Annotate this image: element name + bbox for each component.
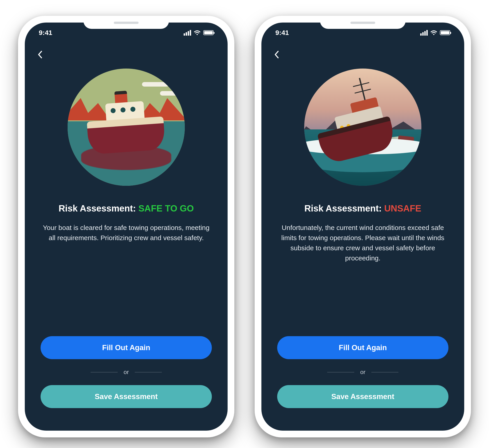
status-time: 9:41 <box>275 29 289 37</box>
wifi-icon <box>194 30 201 35</box>
result-title: Risk Assessment: SAFE TO GO <box>59 203 194 214</box>
status-indicators <box>420 30 450 36</box>
battery-icon <box>203 30 214 35</box>
chevron-left-icon <box>274 50 279 59</box>
cellular-icon <box>420 30 428 36</box>
title-prefix: Risk Assessment: <box>304 203 384 213</box>
title-prefix: Risk Assessment: <box>59 203 138 213</box>
divider-label: or <box>123 369 129 376</box>
save-assessment-button[interactable]: Save Assessment <box>41 385 212 408</box>
phone-frame-unsafe: 9:41 <box>255 16 471 437</box>
wifi-icon <box>430 30 437 35</box>
result-title: Risk Assessment: UNSAFE <box>304 203 421 214</box>
button-divider: or <box>41 369 212 376</box>
chevron-left-icon <box>37 50 42 59</box>
title-status: UNSAFE <box>384 203 421 213</box>
phone-frame-safe: 9:41 <box>18 16 234 437</box>
fill-out-again-button[interactable]: Fill Out Again <box>277 336 448 359</box>
cellular-icon <box>184 30 191 36</box>
back-button[interactable] <box>35 50 45 59</box>
status-indicators <box>184 30 214 36</box>
back-button[interactable] <box>271 50 281 59</box>
result-description: Unfortunately, the current wind conditio… <box>279 223 446 263</box>
divider-label: or <box>360 369 365 376</box>
title-status: SAFE TO GO <box>138 203 194 213</box>
result-description: Your boat is cleared for safe towing ope… <box>43 223 210 243</box>
result-illustration-safe <box>68 68 185 186</box>
fill-out-again-button[interactable]: Fill Out Again <box>41 336 212 359</box>
button-divider: or <box>277 369 448 376</box>
app-screen-safe: 9:41 <box>25 23 228 431</box>
result-illustration-unsafe <box>304 68 421 186</box>
device-notch <box>320 16 406 29</box>
save-assessment-button[interactable]: Save Assessment <box>277 385 448 408</box>
device-notch <box>83 16 169 29</box>
app-screen-unsafe: 9:41 <box>261 23 464 431</box>
status-time: 9:41 <box>39 29 52 37</box>
battery-icon <box>440 30 450 35</box>
